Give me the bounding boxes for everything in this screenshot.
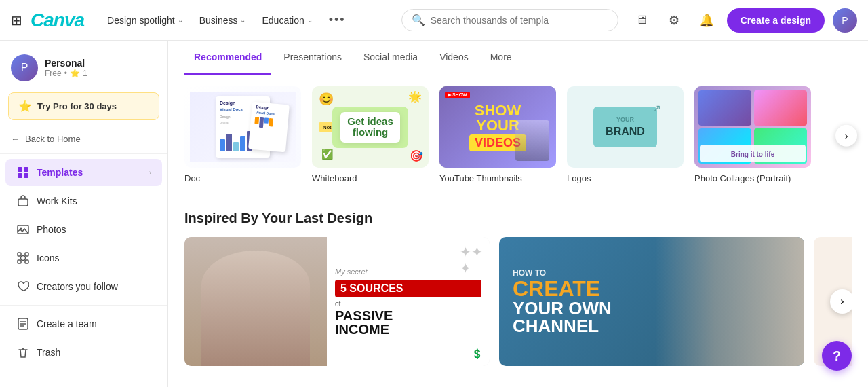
header-actions: 🖥 ⚙ 🔔 Create a design P [629, 8, 857, 33]
sidebar-item-label: Icons [37, 253, 59, 263]
canva-logo[interactable]: Canva [31, 10, 84, 31]
back-home-label: Back to Home [25, 134, 81, 144]
pro-trial-button[interactable]: ⭐ Try Pro for 30 days [8, 92, 159, 120]
template-card-youtube[interactable]: ▶ SHOW SHOWYOUR VIDEOS YouTube Thumbn [439, 86, 556, 183]
sidebar-item-icons[interactable]: Icons [5, 244, 162, 272]
template-label-logos: Logos [567, 173, 684, 183]
inspired-scroll-wrapper: My secret 5 SOURCES of PASSIVEINCOME ✦✦✦… [184, 237, 852, 366]
tab-presentations[interactable]: Presentations [274, 41, 351, 75]
sidebar-item-trash[interactable]: Trash [5, 339, 162, 366]
svg-rect-3 [24, 173, 28, 178]
svg-rect-8 [18, 253, 21, 256]
workkits-icon [16, 194, 30, 208]
template-label-doc: Doc [184, 173, 301, 183]
avatar: P [11, 54, 38, 81]
templates-scroll: Design Visual Docs Design Visual [184, 86, 852, 189]
svg-rect-0 [18, 167, 22, 172]
sidebar-item-label: Templates [37, 167, 83, 178]
inspired-section-title: Inspired By Your Last Design [184, 210, 852, 226]
tab-social-media[interactable]: Social media [354, 41, 427, 75]
template-scroll-container: Design Visual Docs Design Visual [184, 86, 852, 189]
pro-button-label: Try Pro for 30 days [37, 101, 117, 111]
template-label-collage: Photo Collages (Portrait) [694, 173, 811, 183]
notifications-button[interactable]: 🔔 [694, 8, 719, 33]
back-home-button[interactable]: ← Back to Home [0, 128, 167, 149]
monitor-button[interactable]: 🖥 [629, 8, 654, 33]
svg-rect-11 [25, 260, 28, 263]
sidebar-item-templates[interactable]: Templates › [5, 159, 162, 186]
hamburger-icon[interactable]: ⊞ [11, 12, 22, 29]
scroll-right-arrow[interactable]: › [835, 124, 857, 146]
icons-icon [16, 251, 30, 265]
sidebar-divider [0, 153, 167, 154]
sidebar: P Personal Free • ⭐ 1 ⭐ Try Pro for 30 d… [0, 41, 168, 387]
nav-business[interactable]: Business ⌄ [193, 9, 253, 31]
template-card-doc[interactable]: Design Visual Docs Design Visual [184, 86, 301, 183]
profile-sub: Free • ⭐ 1 [45, 69, 87, 78]
profile-name: Personal [45, 58, 87, 69]
sidebar-item-photos[interactable]: Photos [5, 216, 162, 243]
template-cards-section: Design Visual Docs Design Visual [168, 75, 868, 200]
profile-info: Personal Free • ⭐ 1 [45, 58, 87, 78]
svg-rect-4 [18, 199, 28, 206]
chevron-down-icon: ⌄ [178, 16, 183, 24]
crown-icon: • [64, 69, 67, 78]
chevron-down-icon: ⌄ [240, 16, 245, 24]
chevron-down-icon: ⌄ [307, 16, 313, 24]
inspired-scroll-arrow[interactable]: › [830, 289, 852, 314]
template-card-logos[interactable]: YOUR BRAND ↗ Logos [567, 86, 684, 183]
template-label-youtube: YouTube Thumbnails [439, 173, 556, 183]
template-thumb-whiteboard: Get ideasflowing 😊 🌟 ✅ 🎯 Note [312, 86, 429, 168]
search-bar[interactable]: 🔍 [401, 9, 618, 31]
app-layout: P Personal Free • ⭐ 1 ⭐ Try Pro for 30 d… [0, 41, 868, 387]
search-icon: 🔍 [412, 14, 425, 26]
trash-icon [16, 346, 30, 359]
inspired-card-passive[interactable]: My secret 5 SOURCES of PASSIVEINCOME ✦✦✦… [184, 237, 490, 366]
settings-button[interactable]: ⚙ [662, 8, 686, 33]
star-icon: ⭐ [18, 100, 32, 113]
sidebar-item-label: Creators you follow [37, 281, 118, 292]
sidebar-item-label: Work Kits [37, 196, 77, 206]
chevron-right-icon: › [149, 169, 151, 177]
nav-more-button[interactable]: ••• [322, 9, 353, 31]
template-card-collage[interactable]: Bring it to life Photo Collages (Portrai… [694, 86, 811, 183]
sidebar-divider-2 [0, 305, 167, 306]
team-icon [16, 317, 30, 331]
user-avatar[interactable]: P [833, 8, 857, 33]
main-content: Recommended Presentations Social media V… [168, 41, 868, 387]
template-thumb-collage: Bring it to life [694, 86, 811, 168]
tab-videos[interactable]: Videos [430, 41, 478, 75]
sidebar-item-create-team[interactable]: Create a team [5, 310, 162, 337]
nav-design-spotlight[interactable]: Design spotlight ⌄ [100, 9, 190, 31]
inspired-scroll: My secret 5 SOURCES of PASSIVEINCOME ✦✦✦… [184, 237, 852, 366]
template-thumb-doc: Design Visual Docs Design Visual [184, 86, 301, 168]
template-card-whiteboard[interactable]: Get ideasflowing 😊 🌟 ✅ 🎯 Note Whiteboard [312, 86, 429, 183]
svg-rect-1 [24, 167, 28, 172]
sidebar-item-label: Trash [37, 347, 60, 358]
photos-icon [16, 223, 30, 236]
svg-rect-10 [18, 260, 21, 263]
creators-icon [16, 280, 30, 293]
svg-rect-9 [25, 253, 28, 256]
arrow-left-icon: ← [11, 134, 20, 144]
svg-rect-2 [18, 173, 22, 178]
sidebar-item-label: Create a team [37, 318, 97, 329]
sidebar-item-creators[interactable]: Creators you follow [5, 273, 162, 300]
templates-icon [16, 166, 30, 179]
template-thumb-logos: YOUR BRAND ↗ [567, 86, 684, 168]
inspired-card-channel[interactable]: HOW TO CREATE YOUR OWN CHANNEL [499, 237, 804, 366]
app-header: ⊞ Canva Design spotlight ⌄ Business ⌄ Ed… [0, 0, 868, 41]
sidebar-profile: P Personal Free • ⭐ 1 [0, 49, 167, 90]
tab-more[interactable]: More [481, 41, 521, 75]
tab-recommended[interactable]: Recommended [184, 41, 271, 75]
create-design-button[interactable]: Create a design [727, 8, 825, 33]
tabs-bar: Recommended Presentations Social media V… [168, 41, 868, 75]
svg-point-7 [21, 256, 26, 261]
sidebar-item-workkits[interactable]: Work Kits [5, 187, 162, 215]
help-button[interactable]: ? [822, 341, 852, 371]
main-nav: Design spotlight ⌄ Business ⌄ Education … [100, 9, 353, 31]
search-input[interactable] [431, 15, 608, 26]
template-label-whiteboard: Whiteboard [312, 173, 429, 183]
inspired-section: Inspired By Your Last Design My se [168, 200, 868, 377]
nav-education[interactable]: Education ⌄ [255, 9, 319, 31]
